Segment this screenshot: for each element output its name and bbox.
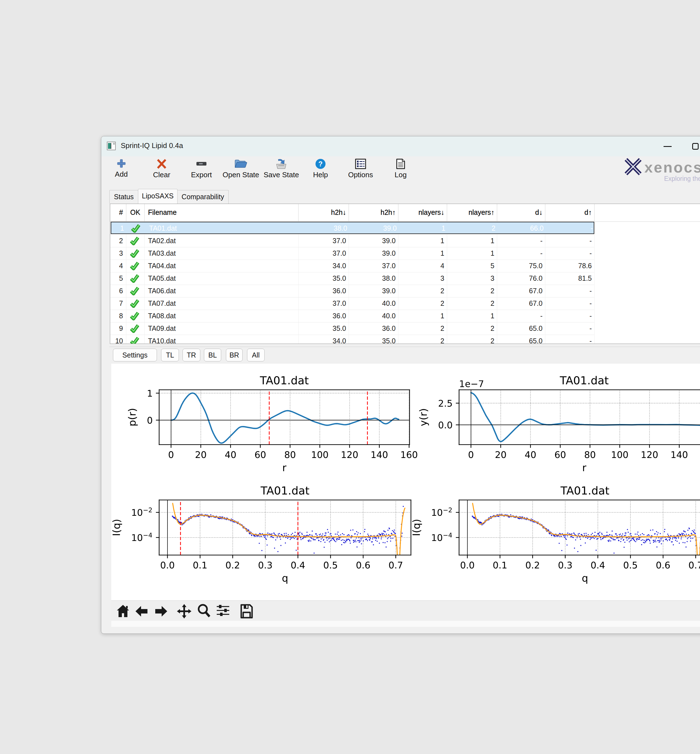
svg-text:xenocs: xenocs — [644, 159, 700, 176]
svg-text:Exploring the nan: Exploring the nan — [664, 175, 700, 182]
svg-text:?: ? — [318, 160, 322, 168]
